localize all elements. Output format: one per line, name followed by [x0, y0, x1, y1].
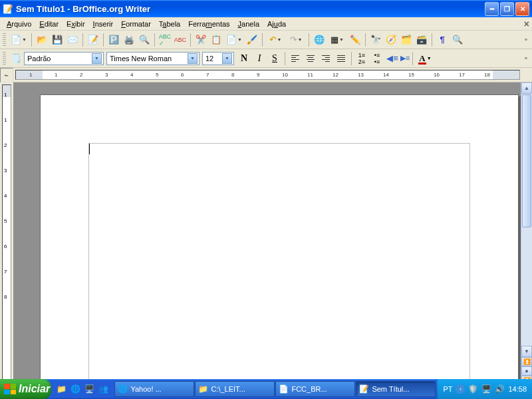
- new-doc-button[interactable]: 📄▼: [9, 33, 29, 47]
- toolbar-grip[interactable]: [3, 52, 6, 65]
- task-label: Sem Títul...: [372, 385, 409, 393]
- clock[interactable]: 14:58: [508, 385, 527, 393]
- task-label: FCC_BR...: [291, 385, 327, 393]
- taskbar-task-button[interactable]: 🌐Yahoo! ...: [114, 381, 194, 397]
- maximize-button[interactable]: ❐: [500, 2, 514, 16]
- scroll-up-icon[interactable]: ▲: [521, 82, 532, 94]
- vertical-ruler[interactable]: 112345678: [2, 84, 11, 383]
- quick-launch: 📁 🌐 🖥️ 👥: [51, 382, 113, 396]
- ql-ie-icon[interactable]: 🌐: [69, 382, 81, 396]
- work-area: 112345678 ▲ ▼ ⏫ ● ⏬: [0, 82, 532, 385]
- tray-icon[interactable]: 🛡️: [468, 384, 478, 394]
- document-page[interactable]: [40, 94, 519, 385]
- ruler-tick: 3: [105, 72, 108, 78]
- email-button[interactable]: ✉️: [65, 33, 80, 47]
- font-color-button[interactable]: A ▼: [416, 51, 434, 66]
- spellcheck-button[interactable]: ABC✓: [158, 33, 172, 47]
- show-draw-button[interactable]: ✏️: [348, 33, 362, 47]
- undo-button[interactable]: ↶▼: [265, 33, 285, 47]
- redo-button[interactable]: ↷▼: [286, 33, 306, 47]
- autospell-button[interactable]: ABC: [173, 33, 188, 47]
- close-button[interactable]: ✕: [515, 2, 529, 16]
- ruler-tick: 5: [156, 72, 158, 78]
- menu-janela[interactable]: Janela: [234, 19, 263, 29]
- format-paintbrush-button[interactable]: 🖌️: [245, 33, 259, 47]
- prev-page-icon[interactable]: ⏫: [521, 357, 532, 366]
- task-label: C:\_LEIT...: [211, 385, 245, 393]
- cut-button[interactable]: ✂️: [194, 33, 208, 47]
- gallery-button[interactable]: 🗂️: [399, 33, 414, 47]
- open-button[interactable]: 📂: [35, 33, 49, 47]
- document-viewport[interactable]: [13, 82, 521, 385]
- navigator-button[interactable]: 🧭: [384, 33, 398, 47]
- ruler-tick: 8: [231, 72, 234, 78]
- ruler-corner-tab-icon[interactable]: ⌙: [0, 68, 13, 82]
- ruler-tick: 1: [29, 72, 32, 78]
- hyperlink-button[interactable]: 🌐: [312, 33, 327, 47]
- paragraph-style-combo[interactable]: Padrão ▼: [24, 52, 104, 65]
- menu-ferramentas[interactable]: Ferramentas: [184, 19, 233, 29]
- bold-button[interactable]: N: [237, 51, 251, 66]
- font-name-combo[interactable]: Times New Roman ▼: [106, 52, 200, 65]
- menu-exibir[interactable]: Exibir: [63, 19, 89, 29]
- scroll-down-icon[interactable]: ▼: [521, 346, 532, 357]
- copy-button[interactable]: 📋: [209, 33, 223, 47]
- print-preview-button[interactable]: 🔍: [137, 33, 152, 47]
- align-justify-button[interactable]: [334, 51, 348, 66]
- menu-arquivo[interactable]: Arquivo: [3, 19, 35, 29]
- start-button[interactable]: Iniciar: [0, 379, 51, 399]
- ql-app-icon[interactable]: 👥: [97, 382, 109, 396]
- export-pdf-button[interactable]: 🅿️: [106, 33, 121, 47]
- toolbar-overflow-icon[interactable]: »: [522, 33, 530, 47]
- nonprint-chars-button[interactable]: ¶: [435, 33, 450, 47]
- ql-desktop-icon[interactable]: 🖥️: [83, 382, 95, 396]
- menu-tabela[interactable]: Tabela: [155, 19, 184, 29]
- font-size-combo[interactable]: 12 ▼: [202, 52, 234, 65]
- datasources-button[interactable]: 🗃️: [414, 33, 429, 47]
- minimize-button[interactable]: ━: [485, 2, 499, 16]
- standard-toolbar: 📄▼ 📂 💾 ✉️ 📝 🅿️ 🖨️ 🔍 ABC✓ ABC ✂️ 📋 📄▼ 🖌️ …: [0, 31, 532, 49]
- align-left-button[interactable]: [288, 51, 303, 66]
- chevron-down-icon[interactable]: ▼: [188, 53, 198, 64]
- tray-chevron-icon[interactable]: ‹: [456, 384, 465, 394]
- taskbar-task-button[interactable]: 📄FCC_BR...: [275, 381, 355, 397]
- menu-ajuda[interactable]: Ajuda: [263, 19, 290, 29]
- print-button[interactable]: 🖨️: [122, 33, 136, 47]
- taskbar-task-button[interactable]: 📁C:\_LEIT...: [195, 381, 275, 397]
- increase-indent-button[interactable]: ▶≡: [400, 54, 410, 63]
- color-swatch: [418, 63, 426, 65]
- edit-button[interactable]: 📝: [86, 33, 100, 47]
- decrease-indent-button[interactable]: ◀≡: [385, 51, 400, 66]
- document-close-icon[interactable]: ×: [524, 19, 529, 29]
- find-button[interactable]: 🔭: [368, 33, 383, 47]
- zoom-button[interactable]: 🔍: [450, 33, 465, 47]
- menu-editar[interactable]: Editar: [35, 19, 63, 29]
- styles-button[interactable]: 🗒️: [9, 51, 23, 66]
- ruler-tick: 14: [383, 72, 389, 78]
- align-right-button[interactable]: [319, 51, 333, 66]
- taskbar-task-button[interactable]: 📝Sem Títul...: [356, 381, 436, 397]
- chevron-down-icon[interactable]: ▼: [222, 53, 232, 64]
- save-button[interactable]: 💾: [50, 33, 65, 47]
- ql-folder-icon[interactable]: 📁: [55, 382, 67, 396]
- vertical-scrollbar[interactable]: ▲ ▼ ⏫ ● ⏬: [521, 82, 532, 385]
- horizontal-ruler[interactable]: 1123456789101112131415161718: [15, 70, 520, 80]
- nav-object-icon[interactable]: ●: [521, 366, 532, 376]
- scrollbar-thumb[interactable]: [522, 94, 531, 227]
- menu-inserir[interactable]: Inserir: [89, 19, 118, 29]
- chevron-down-icon[interactable]: ▼: [92, 53, 102, 64]
- align-center-button[interactable]: [303, 51, 318, 66]
- bullet-list-button[interactable]: •≡•≡: [370, 51, 384, 66]
- underline-button[interactable]: S: [267, 51, 282, 66]
- toolbar-grip[interactable]: [3, 33, 6, 47]
- table-button[interactable]: ▦▼: [327, 33, 347, 47]
- numbered-list-button[interactable]: 1≡2≡: [354, 51, 369, 66]
- tray-icon[interactable]: 🔊: [495, 384, 505, 394]
- paste-button[interactable]: 📄▼: [224, 33, 244, 47]
- tray-icon[interactable]: 🖥️: [481, 384, 491, 394]
- toolbar-overflow-icon[interactable]: »: [522, 51, 530, 66]
- language-indicator[interactable]: PT: [443, 385, 452, 393]
- menu-formatar[interactable]: Formatar: [117, 19, 155, 29]
- ruler-tick: 5: [4, 218, 7, 224]
- italic-button[interactable]: I: [252, 51, 267, 66]
